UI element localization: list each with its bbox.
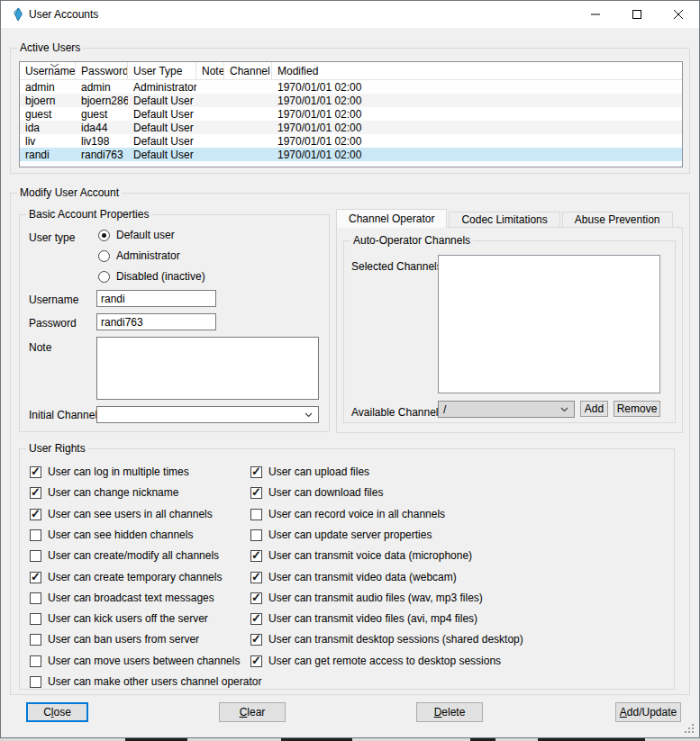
user-right-checkbox[interactable]: User can broadcast text messages [30, 591, 214, 605]
user-right-checkbox[interactable]: User can kick users off the server [30, 611, 208, 626]
user-right-checkbox[interactable]: User can upload files [250, 465, 369, 479]
user-rights-group-label: User Rights [26, 442, 88, 455]
add-update-button[interactable]: Add/Update [615, 702, 681, 722]
remove-channel-button[interactable]: Remove [614, 401, 660, 417]
chevron-down-icon [560, 407, 568, 412]
checkbox-label: User can transmit desktop sessions (shar… [268, 633, 523, 646]
selected-channels-listbox[interactable] [438, 255, 660, 393]
maximize-button[interactable] [616, 1, 658, 28]
cell-note [196, 94, 224, 107]
user-right-checkbox[interactable]: User can transmit desktop sessions (shar… [250, 632, 523, 646]
initial-channel-combobox[interactable] [96, 406, 319, 423]
cell-note [196, 134, 224, 148]
checkbox-label: User can create/modify all channels [48, 549, 219, 562]
screen: User Accounts Active Users UsernamePassw… [0, 0, 700, 741]
cell-channel [224, 148, 272, 161]
close-button[interactable] [658, 1, 699, 28]
table-row[interactable]: guestguestDefault User1970/01/01 02:00 [20, 107, 682, 121]
tab-channel-operator[interactable]: Channel Operator [336, 209, 447, 228]
user-right-checkbox[interactable]: User can transmit voice data (microphone… [250, 548, 472, 563]
checkbox-label: User can move users between channels [48, 655, 240, 667]
user-right-checkbox[interactable]: User can record voice in all channels [250, 507, 445, 521]
available-channels-label: Available Channels [351, 406, 444, 419]
cell-user_type: Default User [128, 148, 196, 161]
unchecked-checkbox-icon [30, 676, 41, 688]
cell-channel [224, 107, 272, 121]
unchecked-checkbox-icon [30, 634, 41, 646]
table-row[interactable]: bjoernbjoern286Default User1970/01/01 02… [20, 94, 682, 107]
checkbox-label: User can broadcast text messages [48, 592, 214, 604]
user-type-radio-default-user[interactable]: Default user [98, 228, 175, 242]
column-header-modified[interactable]: Modified [272, 62, 682, 79]
table-row[interactable]: randirandi763Default User1970/01/01 02:0… [20, 148, 682, 161]
active-users-table[interactable]: UsernamePasswordUser TypeNoteChannelModi… [19, 61, 683, 167]
close-button[interactable]: Close [26, 702, 88, 722]
cell-modified: 1970/01/01 02:00 [272, 107, 682, 121]
column-header-password[interactable]: Password [76, 62, 128, 79]
user-type-label: User type [29, 231, 75, 244]
user-right-checkbox[interactable]: User can transmit video data (webcam) [250, 570, 457, 584]
user-type-radio-administrator[interactable]: Administrator [98, 249, 180, 263]
tab-abuse-prevention[interactable]: Abuse Prevention [562, 212, 673, 228]
table-body: adminadminAdministrator1970/01/01 02:00b… [20, 80, 682, 161]
user-right-checkbox[interactable]: User can update server properties [250, 528, 432, 542]
checkbox-label: User can upload files [268, 465, 369, 478]
cell-note [196, 148, 224, 161]
note-field[interactable] [96, 337, 319, 400]
user-right-checkbox[interactable]: User can ban users from server [30, 632, 199, 646]
column-header-user-type[interactable]: User Type [128, 62, 196, 79]
add-channel-button[interactable]: Add [580, 401, 608, 417]
user-right-checkbox[interactable]: User can move users between channels [30, 654, 240, 668]
password-field[interactable] [96, 313, 216, 330]
table-row[interactable]: livliv198Default User1970/01/01 02:00 [20, 134, 682, 148]
user-right-checkbox[interactable]: User can get remote access to desktop se… [250, 654, 501, 668]
titlebar[interactable]: User Accounts [1, 1, 699, 28]
cell-password: liv198 [76, 134, 128, 148]
username-field[interactable] [96, 290, 216, 307]
column-header-channel[interactable]: Channel [224, 62, 272, 79]
table-header[interactable]: UsernamePasswordUser TypeNoteChannelModi… [20, 62, 682, 80]
user-right-checkbox[interactable]: User can change nickname [30, 485, 178, 500]
user-right-checkbox[interactable]: User can create temporary channels [30, 570, 222, 584]
checked-checkbox-icon [30, 466, 41, 478]
cell-note [196, 80, 224, 94]
cell-username: ida [20, 121, 76, 134]
checkbox-label: User can log in multiple times [48, 465, 189, 478]
user-right-checkbox[interactable]: User can see hidden channels [30, 528, 193, 542]
user-type-radio-disabled-inactive-[interactable]: Disabled (inactive) [98, 269, 205, 284]
checked-checkbox-icon [250, 655, 262, 667]
user-right-checkbox[interactable]: User can make other users channel operat… [30, 674, 261, 689]
checkbox-label: User can download files [268, 486, 383, 499]
column-header-note[interactable]: Note [196, 62, 224, 79]
checkbox-label: User can transmit audio files (wav, mp3 … [268, 592, 483, 604]
resize-grip[interactable] [685, 724, 695, 734]
cell-channel [224, 121, 272, 134]
checkbox-label: User can get remote access to desktop se… [268, 655, 501, 667]
available-channels-value: / [443, 403, 446, 416]
column-header-username[interactable]: Username [20, 62, 76, 79]
checkbox-label: User can create temporary channels [48, 571, 222, 583]
unchecked-checkbox-icon [30, 613, 41, 625]
user-right-checkbox[interactable]: User can create/modify all channels [30, 548, 219, 563]
minimize-button[interactable] [575, 1, 616, 28]
checked-checkbox-icon [250, 572, 262, 583]
user-right-checkbox[interactable]: User can download files [250, 485, 383, 500]
sort-ascending-icon [50, 63, 59, 68]
user-right-checkbox[interactable]: User can log in multiple times [30, 465, 189, 479]
checkbox-label: User can transmit video data (webcam) [268, 571, 457, 583]
delete-button[interactable]: Delete [416, 702, 483, 722]
table-row[interactable]: adminadminAdministrator1970/01/01 02:00 [20, 80, 682, 94]
cell-user_type: Default User [128, 134, 196, 148]
initial-channel-label: Initial Channel [29, 409, 97, 421]
user-right-checkbox[interactable]: User can see users in all channels [30, 507, 213, 521]
user-right-checkbox[interactable]: User can transmit video files (avi, mp4 … [250, 611, 477, 626]
checkbox-label: User can ban users from server [48, 633, 199, 646]
clear-button[interactable]: Clear [219, 702, 286, 722]
table-row[interactable]: idaida44Default User1970/01/01 02:00 [20, 121, 682, 134]
available-channels-combobox[interactable]: / [438, 401, 575, 418]
basic-group-label: Basic Account Properties [26, 208, 151, 221]
cell-password: ida44 [76, 121, 128, 134]
tab-codec-limitations[interactable]: Codec Limitations [449, 212, 559, 228]
user-right-checkbox[interactable]: User can transmit audio files (wav, mp3 … [250, 591, 483, 605]
checked-checkbox-icon [250, 466, 262, 478]
